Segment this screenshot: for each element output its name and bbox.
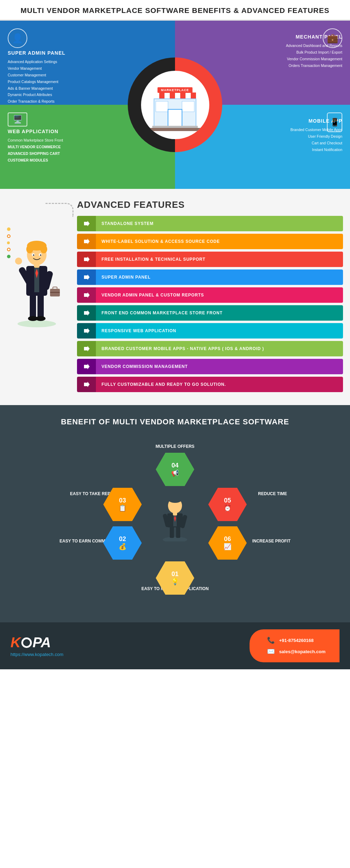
svg-rect-8	[156, 101, 168, 112]
benefits-title: BENEFIT OF MULTI VENDOR MARKETPLACE SOFT…	[0, 417, 350, 426]
arrow-icon	[77, 234, 96, 249]
svg-rect-12	[147, 128, 203, 131]
svg-point-17	[36, 316, 46, 321]
footer-url[interactable]: https://www.kopatech.com	[10, 652, 63, 657]
arrow-icon	[77, 252, 96, 267]
footer-logo: K PA	[10, 635, 63, 650]
svg-rect-14	[30, 294, 36, 319]
svg-rect-1	[154, 93, 159, 99]
feature-bar-10: FULLY CUSTOMIZABLE AND READY TO GO SOLUT…	[77, 377, 343, 392]
merchant-item-3: Vendor Commission Management	[220, 56, 342, 62]
feature-bar-2: WHITE-LABEL SOLUTION & ACCESS SOURCE COD…	[77, 234, 343, 249]
panels-section: 👤 SUPER ADMIN PANEL Advanced Application…	[0, 21, 350, 189]
feature-bar-label: VENDOR COMMISSION MANAGEMENT	[96, 359, 343, 374]
hex-01: 01 💡	[156, 561, 194, 595]
hex-03: 03 📋	[103, 488, 142, 521]
svg-marker-38	[84, 257, 90, 262]
header-section: MULTI VENDOR MARKETPLACE SOFTWARE BENEFI…	[0, 0, 350, 21]
feature-bar-label: FULLY CUSTOMIZABLE AND READY TO GO SOLUT…	[96, 377, 343, 392]
admin-icon: 👤	[8, 28, 27, 48]
footer-section: K PA https://www.kopatech.com 📞 +91-8754…	[0, 622, 350, 669]
businessman-icon	[9, 217, 65, 329]
advanced-left	[0, 199, 74, 329]
feature-bar-label: SUPER ADMIN PANEL	[96, 269, 343, 285]
main-title: MULTI VENDOR MARKETPLACE SOFTWARE BENEFI…	[7, 6, 343, 15]
feature-bar-label: VENDOR ADMIN PANEL & CUSTOM REPORTS	[96, 287, 343, 303]
center-business-person	[158, 492, 192, 543]
footer-email-item: ✉️ sales@kopatech.com	[267, 648, 326, 655]
svg-rect-47	[170, 526, 174, 538]
mobile-list: Branded Customer Mobile Apps User Friend…	[220, 127, 342, 153]
arrow-icon	[77, 341, 96, 356]
benefits-section: BENEFIT OF MULTI VENDOR MARKETPLACE SOFT…	[0, 405, 350, 622]
feature-bar-6: FRONT END COMMON MARKETPLACE STORE FRONT	[77, 305, 343, 321]
merchant-item-2: Bulk Product Import / Export	[220, 49, 342, 56]
hex-06: 06 📈	[208, 526, 247, 560]
footer-phone-item: 📞 +91-8754260168	[267, 636, 326, 644]
mobile-item-2: User Friendly Design	[220, 133, 342, 140]
svg-marker-40	[84, 292, 90, 298]
svg-rect-11	[152, 126, 198, 128]
advanced-right: ADVANCED FEATURES STANDALONE SYSTEMWHITE…	[74, 199, 350, 395]
mobile-icon: 📱	[327, 112, 342, 132]
advanced-title: ADVANCED FEATURES	[77, 199, 343, 210]
arrow-icon	[77, 323, 96, 339]
svg-rect-4	[186, 93, 191, 99]
mobile-item-3: Cart and Checkout	[220, 140, 342, 146]
label-increase-profit: INCREASE PROFIT	[252, 539, 290, 544]
hex-04: 04 📢	[156, 453, 194, 486]
footer-email: sales@kopatech.com	[279, 649, 326, 654]
center-marketplace: MARKETPLACE	[128, 57, 222, 152]
svg-rect-10	[168, 109, 182, 127]
svg-point-35	[40, 254, 41, 256]
email-icon: ✉️	[267, 648, 275, 655]
svg-marker-39	[84, 274, 90, 280]
feature-bar-label: RESPONSIVE WEB APPLICATION	[96, 323, 343, 339]
feature-bar-label: FREE INSTALLATION & TECHNICAL SUPPORT	[96, 252, 343, 267]
label-reduce-time: REDUCE TIME	[258, 491, 287, 496]
feature-bar-5: VENDOR ADMIN PANEL & CUSTOM REPORTS	[77, 287, 343, 303]
merchant-item-4: Orders Transaction Management	[220, 62, 342, 69]
svg-text:MARKETPLACE: MARKETPLACE	[161, 88, 189, 92]
feature-bar-3: FREE INSTALLATION & TECHNICAL SUPPORT	[77, 252, 343, 267]
svg-point-13	[18, 320, 56, 327]
footer-phone: +91-8754260168	[279, 638, 314, 643]
feature-bar-label: WHITE-LABEL SOLUTION & ACCESS SOURCE COD…	[96, 234, 343, 249]
feature-bar-label: STANDALONE SYSTEM	[96, 216, 343, 231]
svg-point-56	[168, 496, 182, 503]
feature-bar-label: FRONT END COMMON MARKETPLACE STORE FRONT	[96, 305, 343, 321]
feature-bar-9: VENDOR COMMISSION MANAGEMENT	[77, 359, 343, 374]
arrow-icon	[77, 269, 96, 285]
arrow-icon	[77, 359, 96, 374]
svg-rect-15	[37, 294, 44, 319]
svg-point-26	[15, 258, 22, 265]
feature-bar-1: STANDALONE SYSTEM	[77, 216, 343, 231]
footer-left: K PA https://www.kopatech.com	[10, 635, 63, 657]
feature-bar-label: BRANDED CUSTOMER MOBILE APPS - NATIVE AP…	[96, 341, 343, 356]
merchant-icon: 💼	[323, 28, 342, 48]
phone-icon: 📞	[267, 636, 275, 644]
mobile-item-1: Branded Customer Mobile Apps	[220, 127, 342, 133]
footer-contact: 📞 +91-8754260168 ✉️ sales@kopatech.com	[250, 629, 340, 662]
arrow-icon	[77, 305, 96, 321]
arrow-icon	[77, 377, 96, 392]
svg-marker-36	[84, 221, 90, 226]
feature-bar-8: BRANDED CUSTOMER MOBILE APPS - NATIVE AP…	[77, 341, 343, 356]
hex-02: 02 💰	[103, 526, 142, 560]
svg-marker-37	[84, 239, 90, 244]
admin-title: SUPER ADMIN PANEL	[8, 50, 167, 56]
svg-marker-45	[84, 382, 90, 387]
svg-rect-2	[164, 93, 170, 99]
webapp-icon: 🖥️	[8, 112, 27, 127]
svg-marker-43	[84, 346, 90, 351]
svg-point-31	[40, 245, 47, 253]
svg-rect-3	[175, 93, 180, 99]
mobile-title: MOBILE APP	[220, 118, 342, 124]
svg-point-34	[33, 254, 34, 256]
hex-05: 05 ⏰	[208, 488, 247, 521]
svg-rect-48	[176, 526, 180, 538]
mobile-item-4: Instant Notification	[220, 146, 342, 153]
svg-marker-42	[84, 328, 90, 334]
arrow-icon	[77, 216, 96, 231]
svg-marker-41	[84, 310, 90, 316]
